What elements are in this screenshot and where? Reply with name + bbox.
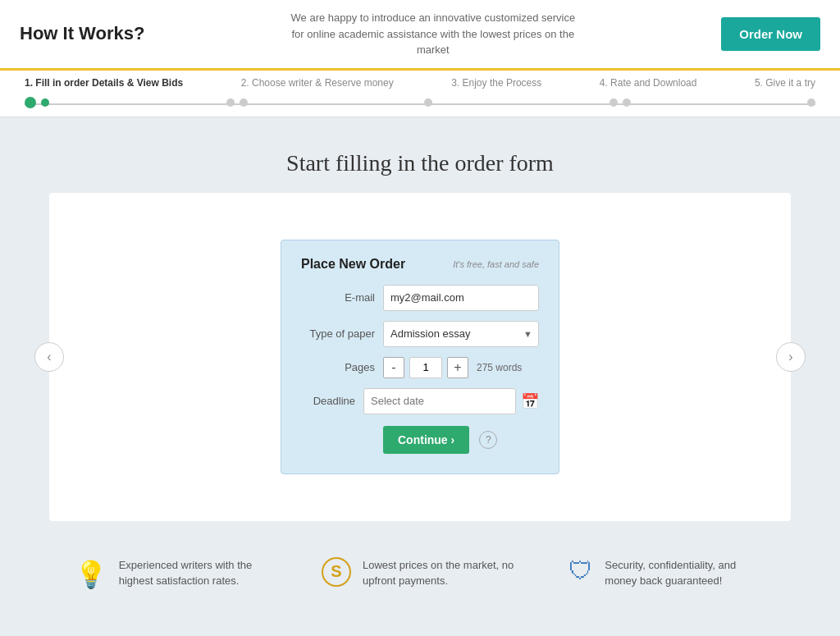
continue-button[interactable]: Continue ›	[383, 426, 469, 454]
order-card: ‹ Place New Order It's free, fast and sa…	[49, 193, 791, 521]
dot-5a	[807, 98, 815, 107]
step-dot-group-5	[807, 98, 815, 107]
dot-2a	[226, 98, 235, 107]
calendar-icon[interactable]: 📅	[521, 392, 539, 410]
dot-2b	[240, 98, 248, 107]
pages-plus-button[interactable]: +	[447, 357, 468, 378]
paper-type-select[interactable]: Admission essay Research paper Essay Dis…	[383, 321, 539, 347]
email-input[interactable]	[383, 285, 539, 311]
order-form-subtitle: It's free, fast and safe	[453, 259, 539, 269]
dollar-icon: S	[322, 557, 351, 587]
step-label-2[interactable]: 2. Choose writer & Reserve money	[241, 77, 394, 89]
steps-labels: 1. Fill in order Details & View Bids 2. …	[25, 71, 815, 92]
deadline-control: 📅	[363, 388, 539, 414]
page-title: Start filling in the order form	[49, 150, 791, 176]
dot-4b	[623, 98, 631, 107]
deadline-row: Deadline 📅	[301, 388, 539, 414]
pages-words: 275 words	[477, 362, 522, 373]
header-desc-line2: for online academic assistance with the …	[292, 28, 575, 57]
dot-1a	[25, 97, 36, 108]
pages-input[interactable]	[409, 357, 442, 378]
paper-type-label: Type of paper	[301, 327, 375, 340]
prev-arrow[interactable]: ‹	[34, 342, 64, 372]
step-label-5[interactable]: 5. Give it a try	[755, 77, 815, 89]
paper-type-row: Type of paper Admission essay Research p…	[301, 321, 539, 347]
step-dot-group-4	[609, 98, 631, 107]
email-label: E-mail	[301, 291, 375, 304]
pages-minus-button[interactable]: -	[383, 357, 404, 378]
step-dot-group-1	[25, 97, 49, 108]
prev-arrow-icon: ‹	[47, 350, 51, 364]
step-dot-group-2	[226, 98, 248, 107]
dot-4a	[609, 98, 618, 107]
form-actions: Continue › ?	[301, 426, 539, 454]
header-desc-line1: We are happy to introduce an innovative …	[291, 11, 576, 24]
deadline-label: Deadline	[301, 395, 355, 407]
bulb-icon: 💡	[75, 559, 107, 590]
paper-type-select-wrapper: Admission essay Research paper Essay Dis…	[383, 321, 539, 347]
feature-security: 🛡 Security, confidentiality, and money b…	[568, 557, 765, 589]
header-description: We are happy to introduce an innovative …	[277, 10, 589, 58]
order-now-button[interactable]: Order Now	[721, 17, 820, 51]
step-label-3[interactable]: 3. Enjoy the Process	[451, 77, 541, 89]
order-form-title: Place New Order	[301, 257, 405, 272]
header: How It Works? We are happy to introduce …	[0, 0, 840, 71]
order-form-header: Place New Order It's free, fast and safe	[301, 257, 539, 272]
order-form-box: Place New Order It's free, fast and safe…	[281, 240, 559, 474]
dot-1b	[41, 98, 49, 107]
pages-row: Pages - + 275 words	[301, 357, 539, 378]
pages-control: - + 275 words	[383, 357, 522, 378]
shield-icon: 🛡	[568, 557, 593, 585]
feature-writers: 💡 Experienced writers with the highest s…	[75, 557, 272, 590]
feature-prices: S Lowest prices on the market, no upfron…	[322, 557, 518, 589]
steps-dots	[25, 92, 815, 117]
step-label-1[interactable]: 1. Fill in order Details & View Bids	[25, 77, 183, 89]
deadline-input[interactable]	[363, 388, 516, 414]
dot-3a	[424, 98, 432, 107]
features-bar: 💡 Experienced writers with the highest s…	[0, 538, 840, 606]
email-row: E-mail	[301, 285, 539, 311]
next-arrow-icon: ›	[788, 350, 792, 364]
feature-prices-text: Lowest prices on the market, no upfront …	[363, 557, 518, 589]
feature-writers-text: Experienced writers with the highest sat…	[119, 557, 272, 589]
next-arrow[interactable]: ›	[776, 342, 806, 372]
steps-progress-line	[25, 103, 815, 105]
site-title: How It Works?	[20, 23, 144, 44]
help-icon[interactable]: ?	[479, 431, 497, 449]
step-dot-group-3	[424, 98, 432, 107]
main-content: Start filling in the order form ‹ Place …	[0, 117, 840, 538]
steps-navigation: 1. Fill in order Details & View Bids 2. …	[0, 71, 840, 117]
pages-label: Pages	[301, 361, 375, 373]
step-label-4[interactable]: 4. Rate and Download	[600, 77, 697, 89]
feature-security-text: Security, confidentiality, and money bac…	[605, 557, 765, 589]
